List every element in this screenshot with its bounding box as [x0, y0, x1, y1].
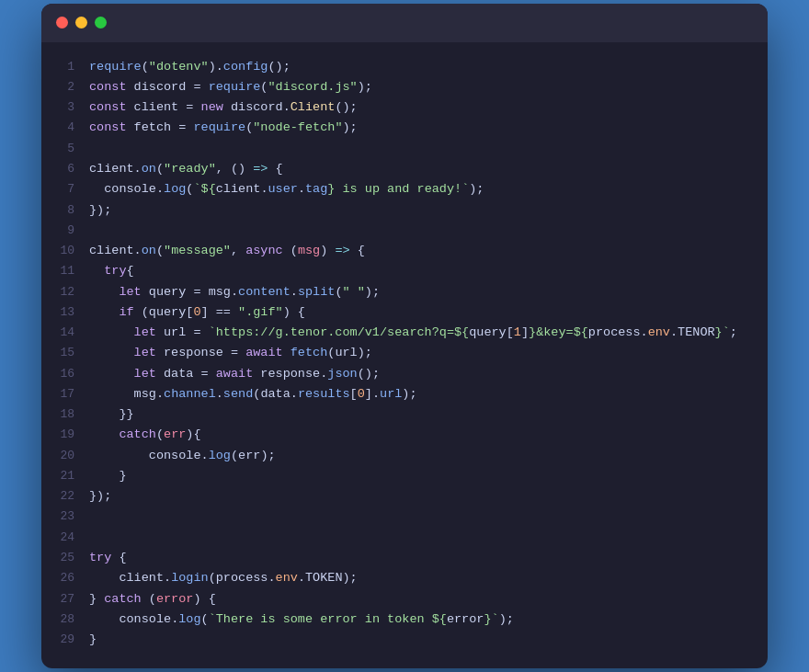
line-6: 6 client.on("ready", () => { — [41, 159, 768, 179]
line-24: 24 — [41, 528, 768, 548]
line-17: 17 msg.channel.send(data.results[0].url)… — [41, 384, 768, 404]
minimize-button[interactable] — [75, 17, 87, 28]
line-20: 20 console.log(err); — [41, 446, 768, 466]
line-16: 16 let data = await response.json(); — [41, 364, 768, 384]
line-7: 7 console.log(`${client.user.tag} is up … — [41, 179, 768, 199]
line-12: 12 let query = msg.content.split(" "); — [41, 282, 768, 302]
line-18: 18 }} — [41, 404, 768, 425]
line-1: 1 require("dotenv").config(); — [41, 57, 768, 77]
line-23: 23 — [41, 507, 768, 527]
code-editor: 1 require("dotenv").config(); 2 const di… — [41, 42, 768, 669]
line-21: 21 } — [41, 466, 768, 486]
line-10: 10 client.on("message", async (msg) => { — [41, 241, 768, 261]
line-13: 13 if (query[0] == ".gif") { — [41, 302, 768, 323]
line-22: 22 }); — [41, 486, 768, 507]
code-window: 1 require("dotenv").config(); 2 const di… — [41, 4, 768, 669]
close-button[interactable] — [56, 17, 68, 28]
line-8: 8 }); — [41, 200, 768, 221]
line-26: 26 client.login(process.env.TOKEN); — [41, 568, 768, 588]
line-3: 3 const client = new discord.Client(); — [41, 97, 768, 118]
line-29: 29 } — [41, 630, 768, 650]
line-28: 28 console.log(`There is some error in t… — [41, 609, 768, 630]
maximize-button[interactable] — [95, 17, 107, 28]
line-19: 19 catch(err){ — [41, 425, 768, 445]
line-15: 15 let response = await fetch(url); — [41, 343, 768, 363]
line-9: 9 — [41, 221, 768, 241]
titlebar — [41, 4, 768, 42]
line-25: 25 try { — [41, 548, 768, 568]
line-2: 2 const discord = require("discord.js"); — [41, 77, 768, 97]
line-11: 11 try{ — [41, 261, 768, 281]
line-27: 27 } catch (error) { — [41, 589, 768, 609]
line-5: 5 — [41, 139, 768, 159]
line-4: 4 const fetch = require("node-fetch"); — [41, 118, 768, 138]
line-14: 14 let url = `https://g.tenor.com/v1/sea… — [41, 323, 768, 343]
